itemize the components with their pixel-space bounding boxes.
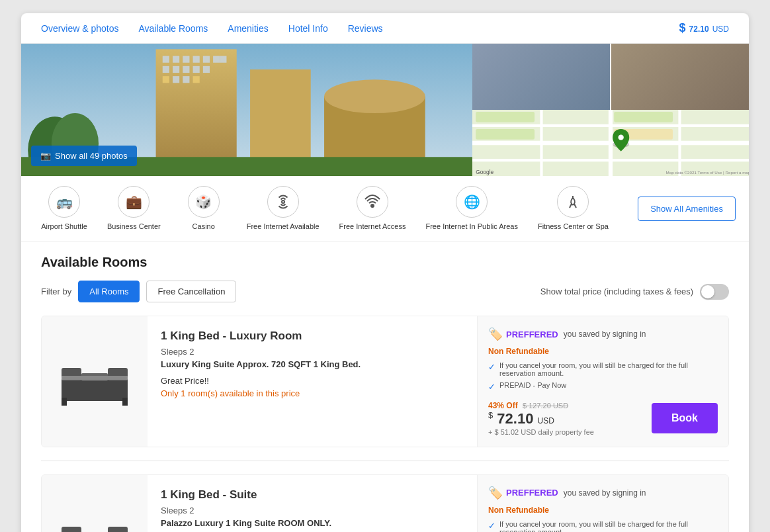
svg-rect-5 bbox=[173, 56, 179, 63]
badge-icon-1: 🏷️ bbox=[488, 486, 503, 500]
svg-rect-33 bbox=[614, 112, 673, 122]
svg-rect-50 bbox=[108, 527, 128, 532]
svg-point-39 bbox=[282, 200, 284, 203]
business-center-icon: 💼 bbox=[118, 186, 150, 218]
amenity-airport-shuttle: 🚌 Airport Shuttle bbox=[34, 186, 94, 231]
casino-icon: 🎲 bbox=[188, 186, 220, 218]
bed-icon-1 bbox=[58, 513, 131, 532]
price-book-row-0: 43% Off $ 127.20 USD $ 72.10 USD + $ 51.… bbox=[488, 401, 718, 435]
room-card-1: 1 King Bed - Suite Sleeps 2 Palazzo Luxu… bbox=[41, 474, 729, 532]
svg-rect-7 bbox=[193, 56, 200, 63]
show-all-amenities-button[interactable]: Show All Amenities bbox=[638, 197, 736, 221]
nav-reviews[interactable]: Reviews bbox=[348, 23, 383, 34]
room-desc-1: Palazzo Luxury 1 King Suite ROOM ONLY. bbox=[161, 518, 464, 528]
show-total-label: Show total price (including taxes & fees… bbox=[540, 287, 693, 296]
amenity-internet-available: Free Internet Available bbox=[240, 186, 326, 231]
svg-rect-46 bbox=[122, 398, 128, 406]
badge-text-0: PREFFERED bbox=[506, 330, 558, 339]
svg-point-22 bbox=[324, 79, 425, 113]
room-pricing-0: 🏷️ PREFFERED you saved by signing in Non… bbox=[477, 316, 728, 446]
svg-rect-13 bbox=[183, 66, 189, 73]
badge-text-1: PREFFERED bbox=[506, 488, 558, 498]
room-availability-0: Only 1 room(s) available in this price bbox=[161, 388, 464, 398]
svg-rect-18 bbox=[183, 76, 189, 83]
discount-line-0: 43% Off $ 127.20 USD bbox=[488, 401, 594, 410]
camera-icon: 📷 bbox=[40, 151, 51, 161]
filter-row: Filter by All Rooms Free Cancellation Sh… bbox=[41, 281, 729, 302]
room-great-price-0: Great Price!! bbox=[161, 376, 464, 386]
nav-amenities[interactable]: Amenities bbox=[228, 23, 268, 34]
svg-rect-31 bbox=[476, 112, 535, 122]
svg-rect-10 bbox=[220, 56, 226, 63]
svg-rect-16 bbox=[163, 76, 169, 83]
pricing-header-0: 🏷️ PREFFERED you saved by signing in bbox=[488, 327, 718, 341]
svg-rect-41 bbox=[62, 378, 128, 401]
property-fee-0: + $ 51.02 USD daily property fee bbox=[488, 428, 594, 436]
policy-item-1-0: ✓ If you cancel your room, you will stil… bbox=[488, 520, 718, 532]
svg-rect-47 bbox=[62, 376, 128, 380]
non-refund-0: Non Refundable bbox=[488, 347, 718, 356]
amenity-casino: 🎲 Casino bbox=[174, 186, 234, 231]
svg-rect-4 bbox=[163, 56, 169, 63]
svg-rect-6 bbox=[183, 56, 189, 63]
svg-point-40 bbox=[371, 204, 374, 207]
svg-rect-8 bbox=[203, 56, 210, 63]
svg-rect-49 bbox=[62, 527, 81, 532]
thumbnail-1 bbox=[472, 44, 610, 110]
svg-rect-19 bbox=[193, 76, 200, 83]
room-sleeps-1: Sleeps 2 bbox=[161, 506, 464, 515]
svg-text:Google: Google bbox=[476, 169, 493, 175]
filter-right: Show total price (including taxes & fees… bbox=[540, 284, 729, 300]
filter-label: Filter by bbox=[41, 287, 71, 296]
svg-rect-14 bbox=[193, 66, 200, 73]
book-button-0[interactable]: Book bbox=[652, 403, 718, 433]
svg-rect-45 bbox=[62, 398, 67, 406]
room-image-0 bbox=[42, 316, 148, 446]
room-divider bbox=[41, 461, 729, 461]
room-desc-0: Luxury King Suite Approx. 720 SQFT 1 Kin… bbox=[161, 359, 464, 369]
check-icon-1-0: ✓ bbox=[488, 521, 495, 531]
svg-rect-15 bbox=[203, 66, 210, 73]
nav-price: $ 72.10 USD bbox=[679, 21, 729, 35]
amenity-business-center-label: Business Center bbox=[107, 222, 161, 231]
room-info-1: 1 King Bed - Suite Sleeps 2 Palazzo Luxu… bbox=[148, 475, 477, 532]
filter-free-cancel-button[interactable]: Free Cancellation bbox=[146, 281, 236, 302]
hero-right-panel: Google Map data ©2021 Terms of Use | Rep… bbox=[472, 44, 749, 176]
policy-item-0-0: ✓ If you cancel your room, you will stil… bbox=[488, 361, 718, 377]
internet-access-icon bbox=[357, 186, 388, 218]
rooms-section: Available Rooms Filter by All Rooms Free… bbox=[21, 242, 749, 532]
total-price-toggle[interactable] bbox=[700, 284, 729, 300]
amenity-internet-public: 🌐 Free Internet In Public Areas bbox=[419, 186, 524, 231]
preffered-badge-1: 🏷️ PREFFERED bbox=[488, 486, 558, 500]
amenities-bar: 🚌 Airport Shuttle 💼 Business Center 🎲 Ca… bbox=[21, 176, 749, 242]
show-photos-button[interactable]: 📷 Show all 49 photos bbox=[31, 146, 137, 166]
amenity-business-center: 💼 Business Center bbox=[101, 186, 167, 231]
amenity-internet-access: Free Internet Access bbox=[333, 186, 413, 231]
hero-thumbnails bbox=[472, 44, 749, 110]
amenity-fitness: Fitness Center or Spa bbox=[531, 186, 615, 231]
amenity-internet-access-label: Free Internet Access bbox=[339, 222, 406, 231]
room-pricing-1: 🏷️ PREFFERED you saved by signing in Non… bbox=[477, 475, 728, 532]
filter-left: Filter by All Rooms Free Cancellation bbox=[41, 281, 236, 302]
amenity-casino-label: Casino bbox=[192, 222, 215, 231]
svg-rect-12 bbox=[173, 66, 179, 73]
internet-public-icon: 🌐 bbox=[456, 186, 488, 218]
preffered-badge-0: 🏷️ PREFFERED bbox=[488, 327, 558, 341]
room-sleeps-0: Sleeps 2 bbox=[161, 347, 464, 357]
filter-all-rooms-button[interactable]: All Rooms bbox=[78, 281, 140, 302]
fitness-icon bbox=[557, 186, 589, 218]
check-icon-0-0: ✓ bbox=[488, 362, 495, 372]
nav-hotel-info[interactable]: Hotel Info bbox=[288, 23, 328, 34]
policy-text-0-1: PREPAID - Pay Now bbox=[499, 381, 566, 389]
nav-links: Overview & photos Available Rooms Amenit… bbox=[41, 23, 383, 34]
room-name-1: 1 King Bed - Suite bbox=[161, 488, 464, 502]
nav-overview[interactable]: Overview & photos bbox=[41, 23, 119, 34]
nav-rooms[interactable]: Available Rooms bbox=[139, 23, 208, 34]
room-image-1 bbox=[42, 475, 148, 532]
policy-text-0-0: If you cancel your room, you will still … bbox=[499, 361, 718, 377]
rooms-section-title: Available Rooms bbox=[41, 255, 729, 270]
amenity-fitness-label: Fitness Center or Spa bbox=[538, 222, 609, 231]
current-price-0: $ 72.10 USD bbox=[488, 410, 594, 427]
hotel-map[interactable]: Google Map data ©2021 Terms of Use | Rep… bbox=[472, 110, 749, 176]
thumbnail-2 bbox=[611, 44, 749, 110]
